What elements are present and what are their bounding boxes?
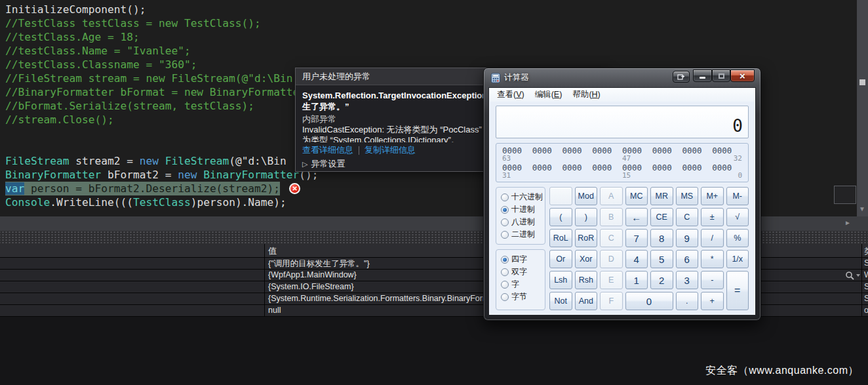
scroll-right-arrow-icon[interactable]	[844, 219, 851, 226]
error-badge-icon[interactable]: ✕	[289, 183, 300, 194]
calc-key-zero[interactable]: 0	[625, 292, 673, 310]
bit-group[interactable]: 0000	[532, 146, 562, 155]
code-line[interactable]: //stream.Close();	[5, 113, 319, 127]
calc-key-multiply[interactable]: *	[701, 250, 724, 268]
code-line[interactable]: Console.WriteLine(((TestClass)person).Na…	[5, 195, 319, 209]
code-line[interactable]	[5, 127, 319, 140]
calc-key-two[interactable]: 2	[650, 271, 673, 289]
calc-key-rsh[interactable]: Rsh	[575, 271, 598, 289]
radio-word-qword[interactable]: 四字	[501, 253, 545, 266]
bit-group[interactable]: 0000	[562, 163, 593, 172]
calc-key-memory-clear[interactable]: MC	[625, 187, 648, 205]
copy-details-link[interactable]: 复制详细信息	[365, 144, 416, 156]
exception-settings-expander[interactable]: ▷异常设置	[302, 158, 345, 170]
calc-key-negate[interactable]: ±	[701, 208, 724, 226]
bit-group[interactable]: 0000	[682, 146, 713, 155]
code-token: new	[178, 168, 197, 182]
code-line[interactable]: //FileStream stream = new FileStream(@"d…	[5, 71, 319, 85]
calc-key-backspace[interactable]: ←	[625, 208, 648, 226]
calc-key-memory-store[interactable]: MS	[676, 187, 699, 205]
menu-item-v[interactable]: 查看(V)	[492, 88, 530, 102]
code-line[interactable]: var person = bFormat2.Deserialize(stream…	[5, 182, 319, 195]
maximize-button[interactable]	[712, 70, 730, 82]
menu-item-e[interactable]: 编辑(E)	[530, 88, 568, 102]
calc-key-or[interactable]: Or	[549, 250, 572, 268]
code-line[interactable]: BinaryFormatter bFormat2 = new BinaryFor…	[5, 168, 319, 182]
radio-base-hex[interactable]: 十六进制	[501, 191, 545, 203]
expander-triangle-icon: ▷	[302, 160, 307, 168]
code-line[interactable]: FileStream stream2 = new FileStream(@"d:…	[5, 154, 319, 168]
menu-item-h[interactable]: 帮助(H)	[567, 88, 605, 102]
code-line[interactable]: //testClass.Age = 18;	[5, 30, 319, 44]
window-compat-button[interactable]	[673, 71, 690, 83]
view-details-link[interactable]: 查看详细信息	[302, 144, 353, 156]
calc-key-equals[interactable]: =	[726, 271, 749, 310]
radio-word-byte[interactable]: 字节	[501, 291, 545, 303]
radio-word-word[interactable]: 字	[501, 278, 545, 291]
radio-dot-icon	[501, 256, 509, 264]
code-line[interactable]: //bFormat.Serialize(stream, testClass);	[5, 99, 319, 113]
exception-settings-label: 异常设置	[311, 159, 345, 169]
calc-key-sqrt[interactable]: √	[726, 208, 749, 226]
radio-word-dword[interactable]: 双字	[501, 266, 545, 278]
watch-value: {System.IO.FileStream}	[268, 282, 354, 291]
bit-group[interactable]: 0000	[562, 146, 593, 155]
calc-key-clear[interactable]: C	[676, 208, 699, 226]
close-button[interactable]: ×	[730, 70, 755, 82]
calc-key-xor[interactable]: Xor	[575, 250, 598, 268]
calc-key-three[interactable]: 3	[676, 271, 699, 289]
calc-key-memory-subtract[interactable]: M-	[726, 187, 749, 205]
calc-key-memory-add[interactable]: M+	[701, 187, 724, 205]
calc-key-nine[interactable]: 9	[676, 229, 699, 247]
minimize-button[interactable]	[693, 70, 712, 82]
code-token: //FileStream stream = new FileStream(@"d…	[5, 71, 293, 85]
calc-key-minus[interactable]: -	[701, 271, 724, 289]
radio-base-dec[interactable]: 十进制	[501, 203, 545, 216]
calc-key-seven[interactable]: 7	[625, 229, 648, 247]
calc-key-mod[interactable]: Mod	[575, 187, 598, 205]
calc-key-reciprocal[interactable]: 1/x	[726, 250, 749, 268]
bit-panel: 0000000000000000000000000000000063473200…	[496, 143, 749, 182]
bit-group[interactable]: 0000	[592, 146, 622, 155]
bit-group[interactable]: 0000	[652, 146, 682, 155]
calc-key-plus[interactable]: +	[701, 292, 724, 310]
magnifier-icon[interactable]	[844, 271, 861, 280]
scrollbar-thumb[interactable]	[859, 79, 865, 85]
bit-group[interactable]: 0000	[532, 163, 562, 172]
calc-key-clear-entry[interactable]: CE	[650, 208, 673, 226]
calculator-titlebar[interactable]: 计算器 ×	[484, 68, 760, 87]
calc-key-open-paren[interactable]: (	[549, 208, 572, 226]
calc-key-ror[interactable]: RoR	[575, 229, 598, 247]
calc-key-eight[interactable]: 8	[650, 229, 673, 247]
code-token: new	[140, 154, 159, 168]
code-line[interactable]: //TestClass testClass = new TestClass();	[5, 16, 319, 30]
watch-column-separator-2[interactable]	[861, 244, 862, 317]
calc-key-lsh[interactable]: Lsh	[549, 271, 572, 289]
calc-key-five[interactable]: 5	[650, 250, 673, 268]
bit-group[interactable]: 0000	[682, 163, 713, 172]
calc-key-memory-recall[interactable]: MR	[650, 187, 673, 205]
code-line[interactable]	[5, 140, 319, 154]
calc-key-one[interactable]: 1	[625, 271, 648, 289]
bit-group[interactable]: 0000	[652, 163, 682, 172]
code-line[interactable]: //testClass.Name = "Ivanlee";	[5, 44, 319, 58]
calc-key-divide[interactable]: /	[701, 229, 724, 247]
calc-key-percent[interactable]: %	[726, 229, 749, 247]
calc-key-rol[interactable]: RoL	[549, 229, 572, 247]
radio-base-bin[interactable]: 二进制	[501, 228, 545, 241]
editor-vertical-scrollbar[interactable]	[857, 0, 868, 216]
bit-index-label	[592, 155, 622, 163]
calc-key-four[interactable]: 4	[625, 250, 648, 268]
calc-key-decimal[interactable]: .	[676, 292, 699, 310]
code-line[interactable]: InitializeComponent();	[5, 3, 319, 16]
bit-group[interactable]: 0000	[592, 163, 622, 172]
calc-key-close-paren[interactable]: )	[575, 208, 598, 226]
calc-key-six[interactable]: 6	[676, 250, 699, 268]
radio-base-oct[interactable]: 八进制	[501, 216, 545, 228]
code-line[interactable]: //BinaryFormatter bFormat = new BinaryFo…	[5, 85, 319, 99]
calc-key-and[interactable]: And	[575, 292, 598, 310]
scroll-down-arrow-icon[interactable]	[859, 205, 865, 213]
watch-column-separator[interactable]	[264, 244, 265, 317]
code-line[interactable]: //testClass.Classname = "360";	[5, 58, 319, 71]
calc-key-not[interactable]: Not	[549, 292, 572, 310]
